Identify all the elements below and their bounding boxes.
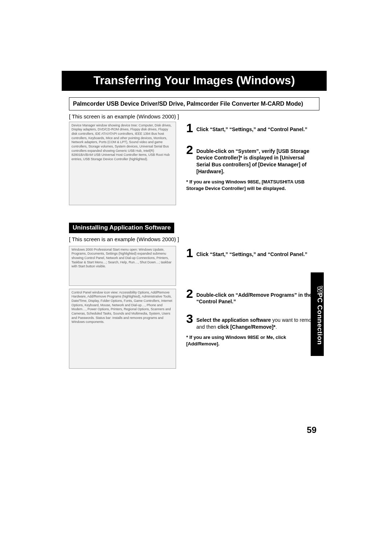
step-text: Click “Start,” “Settings,” and “Control … (196, 251, 307, 258)
screenshot-start-menu: Windows 2000 Professional Start menu ope… (69, 246, 176, 286)
sec2-step-1: 1 Click “Start,” “Settings,” and “Contro… (186, 247, 319, 259)
section-1-right: 1 Click “Start,” “Settings,” and “Contro… (186, 122, 319, 205)
sec2-step2-text: Double-click on “Add/Remove Programs” in… (196, 292, 312, 305)
screenshot-caption-2: [ This screen is an example (Windows 200… (69, 236, 319, 242)
step-number: 1 (186, 122, 194, 134)
step-text: Double-click on “System”, verify [USB St… (196, 148, 319, 175)
step-number: 3 (186, 312, 194, 325)
page-number: 59 (307, 425, 317, 435)
step-text: Select the application software you want… (196, 317, 319, 331)
sec1-step-2: 2 Double-click on “System”, verify [USB … (186, 143, 319, 175)
screenshot-start-menu-alt: Windows 2000 Professional Start menu ope… (69, 246, 176, 270)
page-title-banner: Transferring Your Images (Windows) (62, 71, 327, 91)
sec1-step2-text: Double-click on “System”, verify [USB St… (196, 148, 309, 175)
section-2-left: Windows 2000 Professional Start menu ope… (69, 244, 176, 369)
subtitle-box: Palmcorder USB Device Driver/SD Drive, P… (69, 97, 319, 110)
step-number: 2 (186, 287, 194, 300)
section-2-right: 1 Click “Start,” “Settings,” and “Contro… (186, 244, 319, 369)
step-text: Double-click on “Add/Remove Programs” in… (196, 292, 319, 305)
sec1-note: * If you are using Windows 98SE, [MATSUS… (186, 179, 319, 191)
side-tab-pc-connection: WPC Connection (311, 272, 324, 356)
screenshot-device-manager: Device Manager window showing device tre… (69, 122, 176, 205)
section-1-left: Device Manager window showing device tre… (69, 122, 176, 205)
side-tab-w: W (316, 286, 324, 293)
section-2: Windows 2000 Professional Start menu ope… (69, 244, 319, 369)
section-2-banner: Uninstalling Application Software (69, 223, 174, 233)
section-1: Device Manager window showing device tre… (69, 122, 319, 205)
side-tab-rest: PC Connection (316, 293, 324, 345)
manual-page: Transferring Your Images (Windows) Palmc… (69, 71, 319, 369)
step-text: Click “Start,” “Settings,” and “Control … (196, 126, 307, 133)
sec2-step3-end: . (275, 324, 277, 330)
sec1-step1-text: Click “Start,” “Settings,” and “Control … (196, 126, 307, 132)
sec2-note: * If you are using Windows 98SE or Me, c… (186, 334, 319, 347)
screenshot-control-panel: Control Panel window icon view: Accessib… (69, 289, 176, 369)
sec2-step3-lead: Select the application software (196, 317, 271, 323)
sec2-step-3: 3 Select the application software you wa… (186, 312, 319, 331)
sec2-step1-text: Click “Start,” “Settings,” and “Control … (196, 251, 307, 257)
step-number: 2 (186, 143, 194, 156)
sec2-step3-tail: click [Change/Remove]* (217, 324, 275, 330)
screenshot-caption-1: [ This screen is an example (Windows 200… (69, 113, 319, 119)
sec1-step-1: 1 Click “Start,” “Settings,” and “Contro… (186, 122, 319, 134)
step-number: 1 (186, 247, 194, 259)
sec2-step-2: 2 Double-click on “Add/Remove Programs” … (186, 287, 319, 305)
screenshot-control-panel-alt: Control Panel window icon view: Accessib… (69, 289, 176, 326)
screenshot-device-manager-alt: Device Manager window showing device tre… (69, 122, 176, 163)
